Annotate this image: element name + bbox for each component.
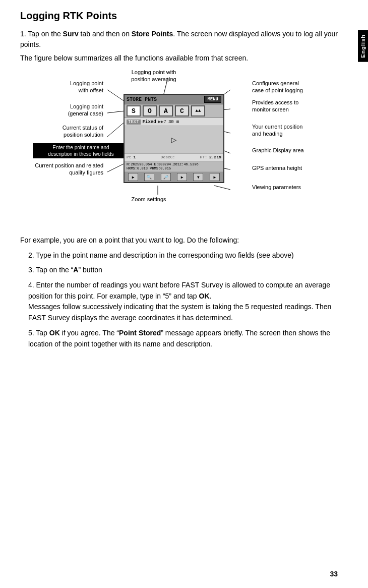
label-gps-antenna: GPS antenna height — [252, 164, 325, 171]
cursor-arrow: ▷ — [171, 134, 177, 145]
label-current-position: Current position and relatedquality figu… — [33, 162, 103, 177]
step-2-num: 2. — [28, 251, 36, 259]
btn-aa[interactable]: ▲▲ — [191, 105, 205, 116]
body-section: For example, you are on a point that you… — [20, 235, 338, 349]
step-5-ok: OK — [49, 329, 60, 337]
step-5-num: 5. — [28, 329, 36, 337]
step-3-num: 3. — [28, 266, 36, 274]
screen-coords: N:262598.064 E:300294.261Z:46.5396 HRMS:… — [125, 161, 223, 172]
fixed-label: Fixed — [143, 120, 156, 125]
label-configures-general: Configures generalcase of point logging — [252, 80, 325, 94]
screen-toolbar: ▶ 🔍 🔎 ▶ ▼ ▶ — [125, 172, 223, 182]
text-mode-label: TEXT — [127, 120, 141, 125]
numbered-list: 2. Type in the point name and descriptio… — [28, 250, 338, 350]
step-4-ok: OK — [199, 292, 210, 300]
pt-val: 1 — [134, 155, 136, 159]
device-screen: STORE PNTS MENU S O A C ▲▲ TEXT Fixed ▶▶… — [124, 94, 224, 183]
label-enter-point-name: Enter the point name anddescription in t… — [33, 143, 129, 158]
label-provides-access: Provides access tomonitor screen — [252, 99, 325, 113]
menu-button[interactable]: MENU — [204, 96, 221, 103]
label-graphic-display: Graphic Display area — [252, 147, 325, 154]
toolbar-icon-2[interactable]: 🔍 — [144, 173, 154, 181]
coords-line2: HRMS:0.013 VRMS:0.015 — [127, 166, 221, 170]
label-viewing-params: Viewing parameters — [252, 184, 325, 191]
ht-label: HT: — [200, 155, 207, 159]
screen-mode-buttons: S O A C ▲▲ — [125, 104, 223, 118]
label-logging-general: Logging point(general case) — [33, 103, 103, 117]
screen-graphic-area: ▷ — [125, 126, 223, 154]
diagram-area: Logging pointwith offset Logging point(g… — [33, 69, 325, 225]
btn-o[interactable]: O — [143, 105, 157, 116]
toolbar-icon-6[interactable]: ▶ — [210, 173, 220, 181]
intro-text-mid: tab and then on — [79, 30, 132, 38]
page-title: Logging RTK Points — [20, 10, 338, 22]
label-current-status: Current status ofposition solution — [33, 124, 103, 139]
desc-label: DescC: — [161, 155, 175, 159]
step-3-a-btn: A — [73, 266, 78, 274]
store-points-label: Store Points — [132, 30, 173, 38]
step-4-continuation: Messages follow successively indicating … — [28, 303, 331, 322]
toolbar-icon-3[interactable]: 🔎 — [161, 173, 171, 181]
screen-mode-bar: TEXT Fixed ▶▶7 30 m — [125, 118, 223, 126]
label-logging-offset: Logging pointwith offset — [33, 80, 103, 94]
screen-fields-area: Pt 1 DescC: HT: 2.219 — [125, 154, 223, 161]
btn-c[interactable]: C — [175, 105, 189, 116]
surv-label: Surv — [63, 30, 79, 38]
english-tab: English — [358, 30, 368, 62]
list-item-3: 3. Tap on the “A” button — [28, 265, 338, 276]
step-2-text: Type in the point name and description i… — [36, 251, 293, 259]
for-example-paragraph: For example, you are on a point that you… — [20, 235, 338, 246]
toolbar-icon-5[interactable]: ▼ — [193, 173, 203, 181]
page-number: 33 — [330, 570, 338, 578]
field-row-pt-ht: Pt 1 DescC: HT: 2.219 — [127, 155, 221, 159]
pt-label: Pt — [127, 155, 132, 159]
list-item-5: 5. Tap OK if you agree. The “Point Store… — [28, 328, 338, 349]
dist-label: 30 m — [168, 120, 179, 125]
label-logging-avg: Logging point withposition averaging — [113, 69, 194, 83]
ht-val: 2.219 — [209, 155, 221, 159]
step-5-point-stored: Point Stored — [119, 329, 161, 337]
btn-s[interactable]: S — [127, 105, 141, 116]
page-container: English Logging RTK Points 1. Tap on the… — [0, 0, 368, 588]
diagram-wrapper: Logging pointwith offset Logging point(g… — [33, 69, 325, 225]
toolbar-icon-1[interactable]: ▶ — [128, 173, 138, 181]
list-item-4: 4. Enter the number of readings you want… — [28, 280, 338, 324]
coords-line1: N:262598.064 E:300294.261Z:46.5396 — [127, 162, 221, 166]
toolbar-icon-4[interactable]: ▶ — [177, 173, 187, 181]
intro-paragraph: 1. Tap on the Surv tab and then on Store… — [20, 29, 338, 50]
label-zoom-settings: Zoom settings — [113, 196, 184, 203]
arrow-icon: ▶▶7 — [158, 119, 166, 125]
step-4-num: 4. — [28, 281, 36, 289]
list-item-2: 2. Type in the point name and descriptio… — [28, 250, 338, 261]
btn-a[interactable]: A — [159, 105, 173, 116]
intro-text-before-surv: Tap on the — [28, 30, 63, 38]
store-pnts-label: STORE PNTS — [127, 97, 157, 102]
screen-top-bar: STORE PNTS MENU — [125, 95, 223, 104]
intro-line2: The figure below summarizes all the func… — [20, 53, 338, 64]
label-your-position: Your current positionand heading — [252, 123, 325, 138]
